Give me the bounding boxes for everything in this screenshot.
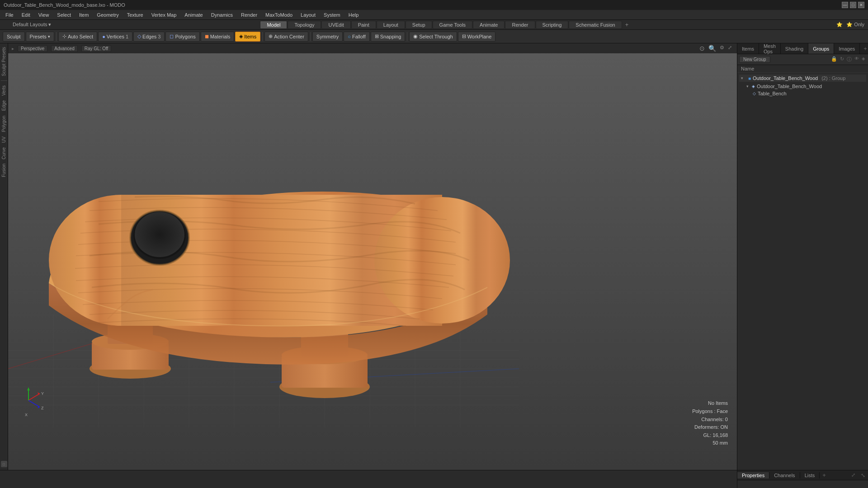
- title-bar: Outdoor_Table_Bench_Wood_modo_base.lxo -…: [0, 0, 868, 10]
- materials-button[interactable]: ◼ Materials: [201, 32, 235, 42]
- edges-button[interactable]: ◇ Edges 3: [133, 32, 165, 42]
- viewport-zoom-icon[interactable]: 🔍: [707, 45, 717, 52]
- sculpt-label: Sculpt: [7, 34, 21, 39]
- group-expand-icon[interactable]: ▾: [741, 76, 745, 80]
- tab-scripting[interactable]: Scripting: [536, 21, 569, 29]
- viewport-quality-button[interactable]: Advanced: [51, 45, 77, 52]
- brp-tab-properties[interactable]: Properties: [737, 472, 769, 479]
- bottom-left-panel: [0, 470, 737, 488]
- sidebar-bottom-button[interactable]: □: [1, 461, 7, 467]
- menu-view[interactable]: View: [35, 11, 53, 19]
- rp-tab-meshops[interactable]: Mesh Ops: [759, 43, 781, 54]
- menu-texture[interactable]: Texture: [123, 11, 147, 19]
- tab-gametools[interactable]: Game Tools: [433, 21, 473, 29]
- items-button[interactable]: ◈ Items: [235, 32, 260, 42]
- viewport[interactable]: ▸ Perspective Advanced Ray GL: Off ⊙ 🔍 ⚙…: [8, 43, 737, 470]
- menu-animate[interactable]: Animate: [181, 11, 206, 19]
- add-tab-button[interactable]: +: [623, 20, 632, 29]
- sidebar-item-edge[interactable]: Edge: [0, 99, 7, 113]
- sidebar-item-uv[interactable]: UV: [0, 135, 7, 145]
- stat-deformers: Deformers: ON: [692, 423, 728, 432]
- tab-schematic[interactable]: Schematic Fusion: [569, 21, 622, 29]
- layout-dropdown[interactable]: Default Layouts ▾: [9, 22, 55, 28]
- viewport-renderer-button[interactable]: Ray GL: Off: [81, 45, 112, 52]
- menu-geometry[interactable]: Geometry: [93, 11, 122, 19]
- rp-tab-items[interactable]: Items: [737, 43, 759, 54]
- symmetry-button[interactable]: Symmetry: [312, 32, 343, 42]
- rp-eye-icon[interactable]: 👁: [854, 56, 860, 63]
- sidebar-item-fusion[interactable]: Fusion: [0, 162, 7, 179]
- minimize-button[interactable]: —: [842, 2, 848, 8]
- polygons-icon: ◻: [170, 33, 174, 39]
- tab-uvedit[interactable]: UVEdit: [321, 21, 350, 29]
- select-through-button[interactable]: ◉ Select Through: [409, 32, 457, 42]
- menu-render[interactable]: Render: [237, 11, 261, 19]
- polygons-button[interactable]: ◻ Polygons: [165, 32, 199, 42]
- brp-fullscreen-icon[interactable]: ⤡: [858, 472, 868, 479]
- rp-render-icon[interactable]: ◈: [861, 56, 866, 63]
- vertices-count: 1: [126, 34, 128, 39]
- menu-edit[interactable]: Edit: [18, 11, 34, 19]
- sidebar-item-sculpt-presets[interactable]: Sculpt Presets: [0, 45, 7, 78]
- tab-render[interactable]: Render: [505, 21, 535, 29]
- rp-lock-icon[interactable]: 🔒: [830, 56, 838, 63]
- menu-dynamics[interactable]: Dynamics: [208, 11, 236, 19]
- sculpt-button[interactable]: Sculpt: [3, 32, 25, 42]
- close-button[interactable]: ✕: [858, 2, 864, 8]
- menu-system[interactable]: System: [320, 11, 344, 19]
- viewport-expand-icon[interactable]: ▸: [12, 46, 14, 51]
- viewport-maximize-icon[interactable]: ⤢: [726, 45, 733, 52]
- menu-help[interactable]: Help: [345, 11, 363, 19]
- rp-tab-shading[interactable]: Shading: [781, 43, 808, 54]
- rp-refresh-icon[interactable]: ↻: [839, 56, 845, 63]
- brp-tab-lists[interactable]: Lists: [800, 472, 820, 479]
- tab-setup[interactable]: Setup: [406, 21, 432, 29]
- materials-label: Materials: [210, 34, 231, 39]
- viewport-zoom-fit-icon[interactable]: ⊙: [698, 45, 706, 52]
- sidebar-item-curve[interactable]: Curve: [0, 145, 7, 161]
- action-center-button[interactable]: ⊕ Action Center: [264, 32, 308, 42]
- brp-tab-add-button[interactable]: +: [820, 471, 829, 479]
- auto-select-button[interactable]: ⊹ Auto Select: [58, 32, 97, 42]
- menu-layout[interactable]: Layout: [297, 11, 319, 19]
- main-content: Sculpt Presets Verts Edge Polygon UV Cur…: [0, 43, 868, 470]
- snapping-button[interactable]: ⊞ Snapping: [371, 32, 406, 42]
- menu-select[interactable]: Select: [53, 11, 75, 19]
- menu-file[interactable]: File: [2, 11, 17, 19]
- rp-tab-groups[interactable]: Groups: [808, 43, 834, 54]
- viewport-settings-icon[interactable]: ⚙: [718, 45, 726, 52]
- items-label: Items: [244, 34, 256, 39]
- menu-item[interactable]: Item: [75, 11, 92, 19]
- item-label-0: Outdoor_Table_Bench_Wood: [757, 84, 822, 89]
- rp-tab-add-button[interactable]: +: [861, 44, 868, 53]
- tree-group-row[interactable]: ▾ ■ Outdoor_Table_Bench_Wood (2) : Group: [739, 75, 866, 82]
- sidebar-item-verts[interactable]: Verts: [0, 84, 7, 98]
- falloff-button[interactable]: ○ Falloff: [344, 32, 369, 42]
- tree-item-0[interactable]: ▾ ◈ Outdoor_Table_Bench_Wood: [739, 83, 866, 90]
- viewport-mode-button[interactable]: Perspective: [18, 45, 47, 52]
- tree-item-1[interactable]: ◇ Table_Bench: [739, 90, 866, 97]
- presets-button[interactable]: Presets ▾: [26, 32, 54, 42]
- tab-topology[interactable]: Topology: [288, 21, 321, 29]
- brp-tab-channels[interactable]: Channels: [769, 472, 800, 479]
- menu-vertexmap[interactable]: Vertex Map: [148, 11, 180, 19]
- new-group-button[interactable]: New Group: [739, 56, 770, 63]
- sidebar-item-polygon[interactable]: Polygon: [0, 114, 7, 134]
- only-label: ⭐ Only: [846, 22, 864, 28]
- group-name: Outdoor_Table_Bench_Wood: [753, 75, 818, 81]
- window-controls[interactable]: — □ ✕: [842, 2, 864, 8]
- maximize-button[interactable]: □: [850, 2, 856, 8]
- brp-expand-button[interactable]: ⤢: [849, 472, 858, 478]
- vertices-button[interactable]: ● Vertices 1: [98, 32, 132, 42]
- rp-info-icon[interactable]: ⓘ: [846, 56, 853, 63]
- tab-layout[interactable]: Layout: [377, 21, 405, 29]
- tab-paint[interactable]: Paint: [351, 21, 376, 29]
- svg-text:Y: Y: [41, 391, 44, 396]
- menu-maxtomodo[interactable]: MaxToModo: [262, 11, 296, 19]
- workplane-button[interactable]: ⊟ WorkPlane: [458, 32, 496, 42]
- tab-animate[interactable]: Animate: [473, 21, 505, 29]
- rp-tab-images[interactable]: Images: [834, 43, 860, 54]
- item-expand-icon-0[interactable]: ▾: [746, 84, 751, 89]
- tab-model[interactable]: Model: [260, 21, 287, 29]
- scene-tree[interactable]: ▾ ■ Outdoor_Table_Bench_Wood (2) : Group…: [737, 73, 868, 470]
